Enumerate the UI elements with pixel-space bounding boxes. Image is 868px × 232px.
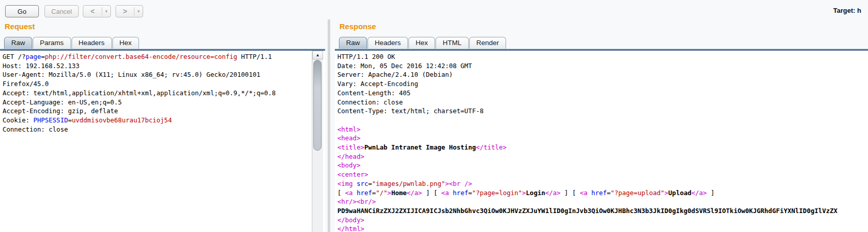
code-segment: <a xyxy=(441,189,453,197)
back-arrow-label: < xyxy=(83,6,102,17)
request-tabbar: RawParamsHeadersHex xyxy=(4,37,140,49)
tab-html[interactable]: HTML xyxy=(436,37,469,49)
code-segment: Cookie: xyxy=(3,116,33,124)
tab-headers[interactable]: Headers xyxy=(72,37,112,49)
code-segment: <a xyxy=(345,189,357,197)
code-line: GET /?page=php://filter/convert.base64-e… xyxy=(3,52,325,61)
code-segment: <a xyxy=(580,189,591,197)
code-segment: href xyxy=(357,189,372,197)
tab-hex[interactable]: Hex xyxy=(112,37,139,49)
history-forward-button[interactable]: > ▾ xyxy=(116,5,143,17)
tab-raw[interactable]: Raw xyxy=(4,37,32,49)
code-segment: HTTP/1.1 xyxy=(237,53,272,60)
request-raw-editor[interactable]: GET /?page=php://filter/convert.base64-e… xyxy=(0,51,325,232)
code-segment: User-Agent: Mozilla/5.0 (X11; Linux x86_… xyxy=(3,71,260,78)
chevron-down-icon[interactable]: ▾ xyxy=(134,6,143,17)
code-segment: "images/pwnlab.png" xyxy=(372,180,445,187)
code-segment: = xyxy=(41,53,45,60)
request-panel-title: Request xyxy=(5,22,35,31)
code-line: User-Agent: Mozilla/5.0 (X11; Linux x86_… xyxy=(3,70,325,79)
code-line: Date: Mon, 05 Dec 2016 12:42:08 GMT xyxy=(337,61,868,71)
code-segment: src xyxy=(357,180,369,187)
scroll-up-button[interactable]: ▲ xyxy=(312,51,323,59)
code-segment: [ xyxy=(337,189,345,197)
code-segment: Upload xyxy=(668,189,691,197)
code-segment: "/" xyxy=(376,189,387,197)
code-segment: </a> xyxy=(692,189,707,197)
code-segment: </head> xyxy=(337,153,364,160)
response-raw-viewer[interactable]: HTTP/1.1 200 OKDate: Mon, 05 Dec 2016 12… xyxy=(335,51,868,232)
code-line: Accept-Encoding: gzip, deflate xyxy=(3,107,325,116)
code-line: Accept: text/html,application/xhtml+xml,… xyxy=(3,89,325,98)
code-segment: ] xyxy=(707,189,715,197)
request-scrollbar[interactable]: ▲ xyxy=(312,51,323,232)
code-segment: Login xyxy=(526,189,545,197)
tab-raw[interactable]: Raw xyxy=(339,37,367,49)
go-button[interactable]: Go xyxy=(5,5,39,17)
code-line: Accept-Language: en-US,en;q=0.5 xyxy=(3,98,325,107)
tab-headers[interactable]: Headers xyxy=(368,37,408,49)
code-segment: Accept-Encoding: gzip, deflate xyxy=(3,107,118,115)
code-line: <center> xyxy=(337,170,868,179)
code-segment: </title> xyxy=(476,143,507,151)
code-line: <head> xyxy=(337,134,868,143)
code-segment: <center> xyxy=(337,171,368,178)
code-line: HTTP/1.1 200 OK xyxy=(337,52,868,61)
code-line: </body> xyxy=(337,216,868,225)
code-segment: "?page=upload" xyxy=(610,189,664,197)
code-segment: </a> xyxy=(407,189,422,197)
request-panel: Request RawParamsHeadersHex GET /?page=p… xyxy=(0,19,325,232)
code-segment: href xyxy=(591,189,607,197)
code-segment: ] [ xyxy=(561,189,580,197)
response-panel: Response RawHeadersHexHTMLRender HTTP/1.… xyxy=(335,19,868,232)
code-line: <body> xyxy=(337,161,868,170)
panel-divider xyxy=(328,19,330,232)
code-segment: </html> xyxy=(337,225,364,232)
code-line: </head> xyxy=(337,152,868,161)
tab-params[interactable]: Params xyxy=(33,37,71,49)
code-segment: Home xyxy=(391,189,406,197)
code-segment: Date: Mon, 05 Dec 2016 12:42:08 GMT xyxy=(337,62,472,70)
code-segment: <body> xyxy=(337,161,360,169)
code-line: <img src="images/pwnlab.png"><br /> xyxy=(337,179,868,188)
code-segment: Accept-Language: en-US,en;q=0.5 xyxy=(3,98,122,106)
code-segment: page xyxy=(26,53,41,60)
code-segment: ><br /> xyxy=(445,180,472,187)
code-segment: ] [ xyxy=(422,189,442,197)
target-label: Target: h xyxy=(833,7,861,14)
tab-render[interactable]: Render xyxy=(469,37,506,49)
code-segment: Firefox/45.0 xyxy=(3,80,49,88)
code-segment: PD9waHANCiRzZXJ2ZXIJICA9ICJsb2NhbGhvc3Qi… xyxy=(337,207,837,215)
code-segment: href xyxy=(453,189,468,197)
code-segment: php://filter/convert.base64-encode/resou… xyxy=(45,53,237,60)
scrollbar-thumb[interactable] xyxy=(313,60,322,151)
code-line: <title>PwnLab Intranet Image Hosting</ti… xyxy=(337,143,868,152)
code-line: <hr/><br/> xyxy=(337,197,868,206)
scroll-up-arrow-icon: ▲ xyxy=(316,53,320,57)
code-line xyxy=(337,116,868,125)
cancel-button[interactable]: Cancel xyxy=(44,5,79,17)
code-segment: Server: Apache/2.4.10 (Debian) xyxy=(337,71,453,78)
code-line: Connection: close xyxy=(3,125,325,134)
code-segment: Connection: close xyxy=(3,125,68,133)
code-segment: PHPSESSID xyxy=(33,116,68,124)
code-line: Server: Apache/2.4.10 (Debian) xyxy=(337,70,868,79)
code-segment: <title> xyxy=(337,143,364,151)
code-segment: <img xyxy=(337,180,357,187)
code-line: Content-Type: text/html; charset=UTF-8 xyxy=(337,107,868,116)
cancel-button-label: Cancel xyxy=(51,8,72,15)
code-line: </html> xyxy=(337,224,868,232)
code-segment: </body> xyxy=(337,216,364,224)
chevron-down-icon[interactable]: ▾ xyxy=(102,6,110,17)
code-segment: Connection: close xyxy=(337,98,403,106)
go-button-label: Go xyxy=(17,8,26,15)
code-segment: <hr/><br/> xyxy=(337,198,376,205)
response-panel-title: Response xyxy=(339,22,376,31)
history-back-button[interactable]: < ▾ xyxy=(83,5,111,17)
code-segment: GET /? xyxy=(3,53,26,60)
code-segment: <head> xyxy=(337,134,360,142)
code-line: [ <a href="/">Home</a> ] [ <a href="?pag… xyxy=(337,188,868,198)
tab-hex[interactable]: Hex xyxy=(408,37,435,49)
response-tabbar: RawHeadersHexHTMLRender xyxy=(339,37,507,49)
code-line: Firefox/45.0 xyxy=(3,79,325,89)
